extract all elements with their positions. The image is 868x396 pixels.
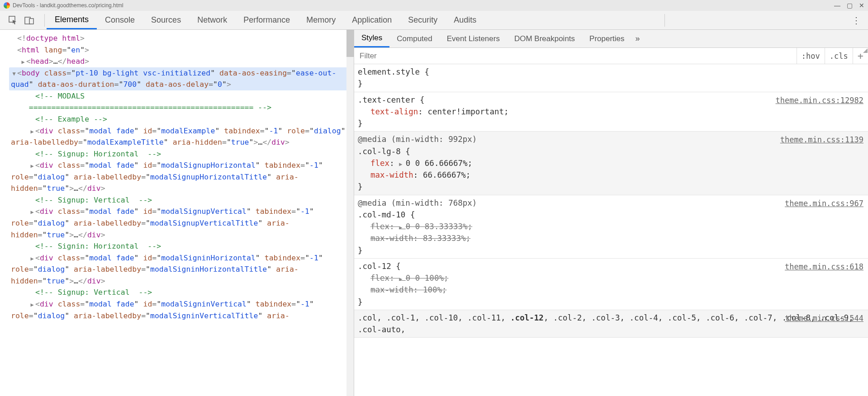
- elements-panel[interactable]: <!doctype html><html lang="en">▶<head>…<…: [0, 30, 354, 396]
- toolbar-divider: [44, 14, 45, 27]
- window-titlebar: DevTools - landkit.goodthemes.co/pricing…: [0, 0, 868, 11]
- tab-application[interactable]: Application: [344, 11, 400, 29]
- styles-tab-event-listeners[interactable]: Event Listeners: [440, 30, 507, 47]
- tab-sources[interactable]: Sources: [143, 11, 189, 29]
- style-rule[interactable]: theme.min.css:544.col, .col-1, .col-10, …: [354, 310, 868, 338]
- toolbar-divider: [664, 14, 665, 27]
- rule-source-link[interactable]: theme.min.css:967: [785, 198, 863, 210]
- dom-tree-node[interactable]: <!-- Signup: Horizontal -->: [9, 148, 352, 160]
- styles-filter-input[interactable]: [354, 52, 797, 61]
- tab-audits[interactable]: Audits: [446, 11, 484, 29]
- tab-security[interactable]: Security: [400, 11, 446, 29]
- rule-source-link[interactable]: theme.min.css:12982: [776, 95, 863, 107]
- styles-panel: StylesComputedEvent ListenersDOM Breakpo…: [354, 30, 868, 396]
- rule-source-link[interactable]: theme.min.css:544: [785, 313, 863, 325]
- dom-tree-node[interactable]: ▶<div class="modal fade" id="modalSignup…: [9, 160, 352, 194]
- resize-corner-icon[interactable]: [863, 48, 868, 53]
- window-close-button[interactable]: ✕: [859, 2, 864, 9]
- style-rule[interactable]: theme.min.css:967@media (min-width: 768p…: [354, 195, 868, 259]
- dom-tree-node[interactable]: <!doctype html>: [9, 33, 352, 44]
- dom-tree-node[interactable]: <!-- Signin: Horizontal -->: [9, 240, 352, 252]
- dom-tree-node[interactable]: ▶<div class="modal fade" id="modalSignin…: [9, 298, 352, 321]
- cls-toggle[interactable]: .cls: [825, 48, 853, 64]
- style-rule[interactable]: theme.min.css:618.col-12 {flex: ▶ 0 0 10…: [354, 259, 868, 310]
- style-rules-list[interactable]: element.style {}theme.min.css:12982.text…: [354, 64, 868, 338]
- inspect-element-icon[interactable]: [8, 15, 18, 25]
- window-maximize-button[interactable]: ▢: [847, 2, 853, 9]
- chrome-icon: [4, 2, 10, 9]
- style-rule[interactable]: theme.min.css:12982.text-center {text-al…: [354, 92, 868, 132]
- dom-tree-node[interactable]: <!-- Example -->: [9, 113, 352, 125]
- tab-console[interactable]: Console: [97, 11, 143, 29]
- devtools-toolbar: ElementsConsoleSourcesNetworkPerformance…: [0, 11, 868, 30]
- dom-tree-node[interactable]: ▶<div class="modal fade" id="modalExampl…: [9, 125, 352, 148]
- dom-tree-node[interactable]: <!-- Signup: Vertical -->: [9, 287, 352, 298]
- device-toolbar-icon[interactable]: [24, 15, 34, 25]
- tab-memory[interactable]: Memory: [298, 11, 344, 29]
- dom-tree-node[interactable]: ▶<head>…</head>: [9, 56, 352, 67]
- style-rule[interactable]: element.style {}: [354, 64, 868, 92]
- hov-toggle[interactable]: :hov: [797, 48, 825, 64]
- tab-performance[interactable]: Performance: [235, 11, 298, 29]
- tab-network[interactable]: Network: [189, 11, 235, 29]
- more-options-icon[interactable]: ⋮: [844, 15, 868, 26]
- window-minimize-button[interactable]: —: [834, 2, 840, 9]
- dom-tree-node[interactable]: ▶<div class="modal fade" id="modalSignin…: [9, 252, 352, 287]
- svg-rect-2: [29, 19, 33, 24]
- styles-subtabs: StylesComputedEvent ListenersDOM Breakpo…: [354, 30, 868, 48]
- scrollbar-track[interactable]: [346, 30, 354, 396]
- more-tabs-icon[interactable]: »: [636, 34, 645, 43]
- dom-tree-node[interactable]: ▼<body class="pt-10 bg-light vsc-initial…: [9, 67, 352, 90]
- styles-filter-row: :hov .cls +: [354, 48, 868, 64]
- dom-tree-node[interactable]: ▶<div class="modal fade" id="modalSignup…: [9, 206, 352, 240]
- rule-source-link[interactable]: theme.min.css:1139: [780, 134, 863, 146]
- styles-tab-styles[interactable]: Styles: [354, 30, 389, 47]
- dom-tree-node[interactable]: <!-- MODALS ============================…: [9, 90, 352, 113]
- styles-tab-properties[interactable]: Properties: [582, 30, 631, 47]
- styles-tab-computed[interactable]: Computed: [389, 30, 439, 47]
- dom-tree-node[interactable]: <html lang="en">: [9, 44, 352, 56]
- rule-source-link[interactable]: theme.min.css:618: [785, 261, 863, 273]
- style-rule[interactable]: theme.min.css:1139@media (min-width: 992…: [354, 132, 868, 195]
- tab-elements[interactable]: Elements: [47, 11, 97, 29]
- devtools-main-tabs: ElementsConsoleSourcesNetworkPerformance…: [47, 11, 484, 29]
- window-title: DevTools - landkit.goodthemes.co/pricing…: [13, 2, 123, 9]
- dom-tree-node[interactable]: <!-- Signup: Vertical -->: [9, 194, 352, 206]
- styles-tab-dom-breakpoints[interactable]: DOM Breakpoints: [507, 30, 582, 47]
- scrollbar-thumb[interactable]: [346, 30, 354, 57]
